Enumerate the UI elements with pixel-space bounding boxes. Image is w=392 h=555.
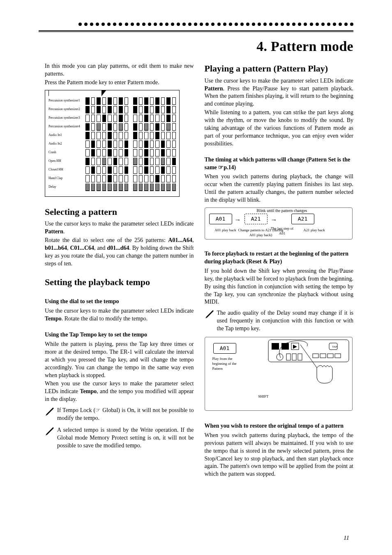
pencil-icon <box>45 426 55 439</box>
step-cell <box>125 175 129 182</box>
intro-2: Press the Pattern mode key to enter Patt… <box>45 79 194 87</box>
strip-row: Percussion synthesizer4 <box>48 123 176 131</box>
pattern-strip-diagram: Percussion synthesizer1Percussion synthe… <box>45 90 180 197</box>
step-cell <box>119 184 123 191</box>
restore-p: When you switch patterns during playback… <box>205 432 354 478</box>
step-cell <box>144 106 148 113</box>
step-cell <box>150 132 154 139</box>
arrow-icon: → <box>235 215 241 224</box>
step-cell <box>102 166 106 174</box>
step-cell <box>161 184 165 191</box>
step-cell <box>133 166 137 174</box>
step-cell <box>125 166 129 174</box>
svg-rect-7 <box>286 354 291 360</box>
step-cell <box>102 175 106 182</box>
step-cell <box>166 184 171 191</box>
header-rule-thin <box>39 32 353 32</box>
switch-box-2: A21 <box>291 214 314 224</box>
step-cell <box>97 158 101 165</box>
strip-row: Percussion synthesizer1 <box>48 97 176 105</box>
step-cell <box>172 149 176 157</box>
step-cell <box>161 140 165 148</box>
step-cell <box>133 115 137 122</box>
step-cell <box>91 184 95 191</box>
step-cell <box>97 140 101 148</box>
step-cell <box>85 132 90 139</box>
svg-rect-8 <box>292 354 296 360</box>
force-heading: To force playback to restart at the begi… <box>205 250 354 266</box>
step-cell <box>125 132 129 139</box>
step-cell <box>133 97 137 105</box>
step-cell <box>133 106 137 113</box>
header-rule-thick <box>39 30 353 31</box>
step-cell <box>172 115 176 122</box>
step-cell <box>139 166 143 174</box>
switch-cap-3: The last step of A01 <box>270 226 295 236</box>
step-cell <box>85 115 90 122</box>
timing-heading: The timing at which patterns will change… <box>205 156 354 172</box>
step-cell <box>113 140 118 148</box>
step-cell <box>161 115 165 122</box>
step-cell <box>155 158 159 165</box>
select-p2a: Rotate the dial to select one of the 256… <box>45 237 168 243</box>
strip-row-label: Crash <box>48 150 84 155</box>
step-cell <box>139 115 143 122</box>
step-cell <box>139 140 143 148</box>
step-cell <box>108 149 112 157</box>
step-cell <box>139 158 143 165</box>
select-p2: Rotate the dial to select one of the 256… <box>45 237 194 268</box>
step-cell <box>119 158 123 165</box>
step-cell <box>150 140 154 148</box>
step-cell <box>161 123 165 131</box>
step-cell <box>113 115 118 122</box>
step-cell <box>155 175 159 182</box>
step-cell <box>144 184 148 191</box>
step-cell <box>125 149 129 157</box>
step-cell <box>133 140 137 148</box>
step-cell <box>155 106 159 113</box>
step-cell <box>102 184 106 191</box>
step-cell <box>91 166 95 174</box>
control-panel-sketch: TAP <box>267 339 350 388</box>
strip-row: Hand Clap <box>48 175 176 182</box>
note-1: If Tempo Lock (☞ Global) is On, it will … <box>57 407 194 422</box>
step-cell <box>161 175 165 182</box>
step-cell <box>161 166 165 174</box>
step-cell <box>85 123 90 131</box>
step-cell <box>150 184 154 191</box>
step-cell <box>108 132 112 139</box>
step-cell <box>166 149 171 157</box>
step-cell <box>166 158 171 165</box>
step-cell <box>108 140 112 148</box>
step-cell <box>97 115 101 122</box>
step-cell <box>166 140 171 148</box>
svg-rect-10 <box>313 354 318 358</box>
left-column: In this mode you can play patterns, or e… <box>45 62 194 479</box>
switch-diagram: Blink until the pattern changes A01 A21 … <box>205 207 353 240</box>
step-cell <box>113 184 118 191</box>
svg-text:TAP: TAP <box>332 345 337 348</box>
step-cell <box>97 97 101 105</box>
step-cell <box>125 115 129 122</box>
step-cell <box>91 106 95 113</box>
step-cell <box>85 158 90 165</box>
step-cell <box>102 149 106 157</box>
arrow-icon: → <box>271 215 277 224</box>
switch-box-0: A01 <box>209 214 232 224</box>
step-cell <box>102 123 106 131</box>
reset-play-label: Play from the beginning of the Pattern <box>212 356 241 371</box>
tempo-p2b: When you use the cursor keys to make the… <box>45 380 194 403</box>
step-cell <box>85 106 90 113</box>
step-cell <box>102 115 106 122</box>
tempo-sub2: Using the Tap Tempo key to set the tempo <box>45 331 194 339</box>
step-cell <box>91 175 95 182</box>
strip-row-label: Percussion synthesizer4 <box>48 124 84 129</box>
force-note-row: The audio quality of the Delay sound may… <box>205 309 354 333</box>
step-cell <box>166 123 171 131</box>
step-cell <box>166 97 171 105</box>
step-cell <box>91 115 95 122</box>
chapter-title: 4. Pattern mode <box>256 37 353 56</box>
step-cell <box>172 123 176 131</box>
step-cell <box>91 149 95 157</box>
select-p1: Use the cursor keys to make the paramete… <box>45 220 194 236</box>
